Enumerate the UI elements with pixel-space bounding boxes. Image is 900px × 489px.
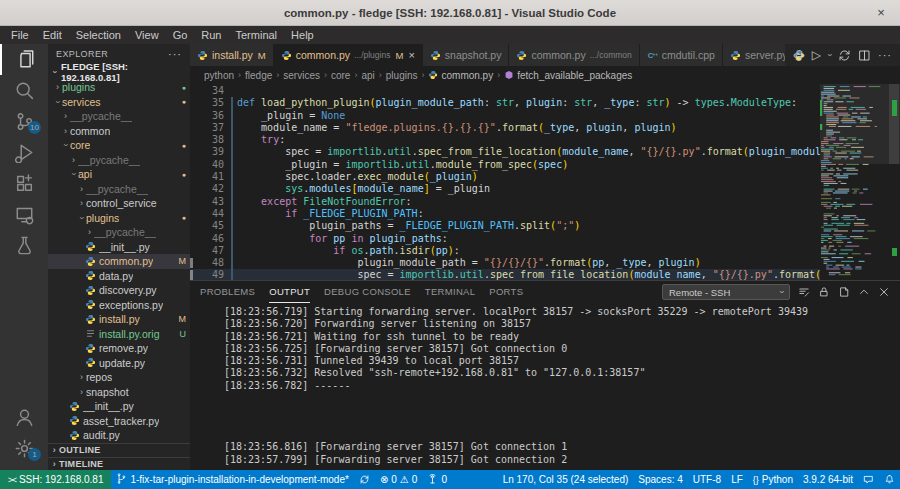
source-control-icon[interactable]: 10	[0, 106, 48, 137]
account-icon[interactable]	[0, 402, 48, 433]
remote-explorer-icon[interactable]	[0, 199, 48, 230]
lock-icon[interactable]	[818, 286, 830, 298]
panel-tab-debug-console[interactable]: DEBUG CONSOLE	[324, 281, 411, 303]
problems-item[interactable]: ⊗0⚠0	[375, 470, 422, 489]
menu-go[interactable]: Go	[166, 26, 195, 44]
tree-item-remove.py[interactable]: remove.py	[48, 341, 190, 356]
run-debug-icon[interactable]	[0, 137, 48, 168]
panel-tab-problems[interactable]: PROBLEMS	[200, 281, 255, 303]
sidebar-more-actions-icon[interactable]: ···	[168, 48, 182, 60]
code-line-35[interactable]: 35def load_python_plugin(plugin_module_p…	[190, 97, 820, 109]
cursor-position[interactable]: Ln 170, Col 35 (24 selected)	[498, 470, 634, 489]
breadcrumb-segment[interactable]: python	[204, 70, 234, 81]
tab-snapshot.py[interactable]: snapshot.py	[423, 44, 510, 66]
python-interpreter[interactable]: 3.9.2 64-bit	[798, 470, 858, 489]
code-line-34[interactable]: 34	[190, 85, 820, 97]
code-line-39[interactable]: 39 spec = importlib.util.spec_from_file_…	[190, 146, 820, 158]
breadcrumb-symbol[interactable]: fetch_available_packages	[504, 70, 632, 81]
tree-item-snapshot[interactable]: ›snapshot	[48, 385, 190, 400]
open-output-in-editor-icon[interactable]	[838, 286, 850, 298]
indentation[interactable]: Spaces: 4	[633, 470, 687, 489]
window-close-icon[interactable]: ×	[872, 4, 890, 22]
breadcrumb-segment[interactable]: core	[331, 70, 350, 81]
tree-item-common.py[interactable]: common.pyM	[48, 254, 190, 269]
code-line-45[interactable]: 45 plugin_paths = _FLEDGE_PLUGIN_PATH.sp…	[190, 220, 820, 232]
editor-scrollbar[interactable]	[888, 84, 900, 280]
tab-common.py[interactable]: common.py.../common	[509, 44, 639, 66]
search-icon[interactable]	[0, 75, 48, 106]
tree-item-audit.py[interactable]: audit.py	[48, 428, 190, 443]
sidebar-panel-outline[interactable]: ›OUTLINE	[48, 443, 190, 457]
code-editor[interactable]: 3435def load_python_plugin(plugin_module…	[190, 84, 900, 280]
code-line-44[interactable]: 44 if _FLEDGE_PLUGIN_PATH:	[190, 208, 820, 220]
menu-help[interactable]: Help	[284, 26, 321, 44]
maximize-panel-icon[interactable]	[858, 286, 870, 298]
tree-item-plugins[interactable]: ›plugins●	[48, 211, 190, 226]
output-channel-select[interactable]: Remote - SSH›	[662, 284, 790, 300]
tree-item-api[interactable]: ›api●	[48, 167, 190, 182]
eol[interactable]: LF	[726, 470, 748, 489]
broadcast-item[interactable]: 0	[422, 470, 452, 489]
workspace-header[interactable]: › FLEDGE [SSH: 192.168.0.81]	[48, 64, 190, 80]
tab-common.py[interactable]: common.py.../pluginsM×	[274, 44, 423, 66]
code-line-49[interactable]: 49 spec = importlib.util.spec_from_file_…	[190, 269, 820, 280]
sidebar-panel-timeline[interactable]: ›TIMELINE	[48, 457, 190, 471]
tree-item-repos[interactable]: ›repos	[48, 370, 190, 385]
menu-selection[interactable]: Selection	[69, 26, 128, 44]
tree-item-core[interactable]: ›core●	[48, 138, 190, 153]
tree-item-asset_tracker.py[interactable]: asset_tracker.py	[48, 414, 190, 429]
code-line-41[interactable]: 41 spec.loader.exec_module(_plugin)	[190, 171, 820, 183]
tree-item-__pycache__[interactable]: ›__pycache__	[48, 182, 190, 197]
menu-edit[interactable]: Edit	[36, 26, 69, 44]
more-actions-icon[interactable]: ···	[878, 49, 892, 61]
code-line-46[interactable]: 46 for pp in plugin_paths:	[190, 233, 820, 245]
tab-close-icon[interactable]: ×	[408, 49, 414, 61]
clear-output-icon[interactable]	[798, 286, 810, 298]
tree-item-exceptions.py[interactable]: exceptions.py	[48, 298, 190, 313]
code-line-38[interactable]: 38 try:	[190, 134, 820, 146]
feedback-icon[interactable]	[858, 470, 879, 489]
code-line-43[interactable]: 43 except FileNotFoundError:	[190, 196, 820, 208]
code-line-48[interactable]: 48 plugin_module_path = "{}/{}/{}".forma…	[190, 257, 820, 269]
code-line-37[interactable]: 37 module_name = "fledge.plugins.{}.{}.{…	[190, 122, 820, 134]
tab-cmdutil.cpp[interactable]: C++cmdutil.cpp	[640, 44, 723, 66]
tree-item-install.py.orig[interactable]: install.py.origU	[48, 327, 190, 342]
breadcrumb-file[interactable]: common.py	[428, 70, 493, 81]
tree-item-discovery.py[interactable]: discovery.py	[48, 283, 190, 298]
tree-item-__init__.py[interactable]: __init__.py	[48, 240, 190, 255]
tree-item-install.py[interactable]: install.pyM	[48, 312, 190, 327]
git-branch-item[interactable]: 1-fix-tar-plugin-installation-in-develop…	[111, 470, 353, 489]
tab-server.py[interactable]: server.py	[723, 44, 785, 66]
menu-view[interactable]: View	[128, 26, 166, 44]
code-line-40[interactable]: 40 _plugin = importlib.util.module_from_…	[190, 159, 820, 171]
breadcrumb-segment[interactable]: fledge	[245, 70, 272, 81]
notifications-bell-icon[interactable]	[879, 470, 900, 489]
panel-tab-output[interactable]: OUTPUT	[269, 281, 310, 303]
settings-gear-icon[interactable]: 1	[0, 433, 48, 464]
tree-item-services[interactable]: ›services●	[48, 95, 190, 110]
tree-item-__pycache__[interactable]: ›__pycache__	[48, 109, 190, 124]
menu-file[interactable]: File	[4, 26, 36, 44]
testing-icon[interactable]	[0, 230, 48, 261]
breadcrumb-segment[interactable]: plugins	[386, 70, 418, 81]
remote-indicator[interactable]: ><SSH: 192.168.0.81	[0, 470, 111, 489]
menu-run[interactable]: Run	[194, 26, 228, 44]
tree-item-plugins[interactable]: ›plugins●	[48, 80, 190, 95]
encoding[interactable]: UTF-8	[688, 470, 726, 489]
rerun-icon[interactable]	[838, 49, 851, 62]
extensions-icon[interactable]	[0, 168, 48, 199]
tree-item-data.py[interactable]: data.py	[48, 269, 190, 284]
run-button[interactable]: ▷	[812, 48, 821, 62]
breadcrumb-segment[interactable]: api	[361, 70, 374, 81]
code-line-36[interactable]: 36 _plugin = None	[190, 110, 820, 122]
close-panel-icon[interactable]	[878, 286, 890, 298]
code-line-47[interactable]: 47 if os.path.isdir(pp):	[190, 245, 820, 257]
breadcrumb-segment[interactable]: services	[283, 70, 320, 81]
tree-item-__init__.py[interactable]: __init__.py	[48, 399, 190, 414]
language-mode[interactable]: {}Python	[748, 470, 798, 489]
tab-install.py[interactable]: install.pyM	[190, 44, 274, 66]
explorer-icon[interactable]	[0, 44, 48, 75]
panel-tab-ports[interactable]: PORTS	[489, 281, 523, 303]
sync-changes-button[interactable]	[354, 470, 375, 489]
split-editor-icon[interactable]	[858, 49, 871, 62]
